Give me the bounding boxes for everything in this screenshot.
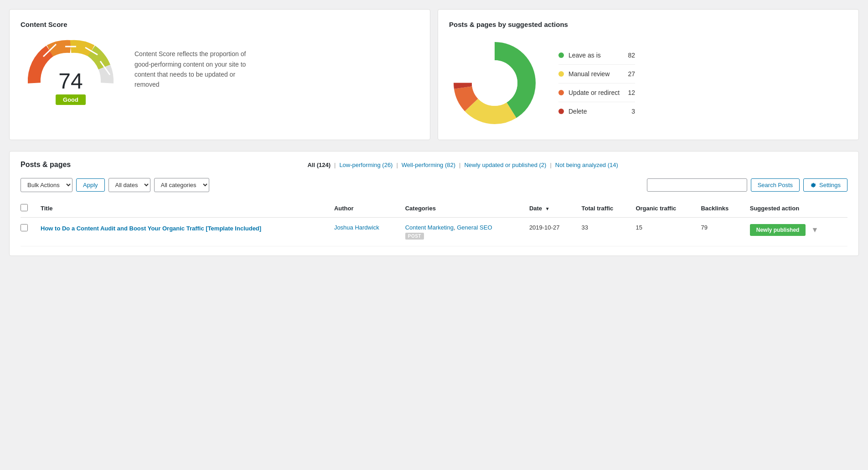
legend-value-update: 12 xyxy=(624,89,635,96)
legend-label-update: Update or redirect xyxy=(568,89,620,96)
th-total-traffic: Total traffic xyxy=(576,199,630,218)
content-score-panel: Content Score xyxy=(9,9,430,140)
post-type-tag: POST xyxy=(405,233,424,240)
gauge-label: Good xyxy=(56,94,86,105)
th-title: Title xyxy=(35,199,329,218)
th-categories: Categories xyxy=(400,199,524,218)
legend-item-leave: Leave as is 82 xyxy=(558,52,635,59)
legend-dot-leave xyxy=(558,52,564,58)
legend-label-manual: Manual review xyxy=(568,70,620,78)
row-backlinks-cell: 79 xyxy=(695,218,744,246)
row-checkbox[interactable] xyxy=(21,224,28,231)
legend-dot-update xyxy=(558,90,564,95)
filter-not-analyzed[interactable]: Not being analyzed (14) xyxy=(555,162,618,168)
posts-section: Posts & pages All (124) | Low-performing… xyxy=(9,151,859,256)
legend-label-delete: Delete xyxy=(568,108,620,115)
filter-newly-updated[interactable]: Newly updated or published (2) xyxy=(464,162,546,168)
action-col: Newly published ▼ xyxy=(750,224,842,236)
posts-header: Posts & pages All (124) | Low-performing… xyxy=(21,161,847,169)
row-total-traffic-cell: 33 xyxy=(576,218,630,246)
legend-dot-delete xyxy=(558,109,564,114)
table-row: How to Do a Content Audit and Boost Your… xyxy=(21,218,847,246)
sort-arrow-date: ▼ xyxy=(545,206,550,211)
category-link-2[interactable]: General SEO xyxy=(457,224,492,231)
gauge-description: Content Score reflects the proportion of… xyxy=(134,49,253,90)
donut-legend: Leave as is 82 Manual review 27 Update o… xyxy=(558,52,635,115)
legend-item-delete: Delete 3 xyxy=(558,108,635,115)
row-date-cell: 2019-10-27 xyxy=(524,218,576,246)
suggested-action-badge: Newly published xyxy=(750,224,806,236)
row-author-cell: Joshua Hardwick xyxy=(329,218,400,246)
apply-button[interactable]: Apply xyxy=(76,178,105,192)
legend-dot-manual xyxy=(558,71,564,77)
th-checkbox xyxy=(21,199,35,218)
gauge-score: 74 xyxy=(58,70,83,92)
th-suggested-action: Suggested action xyxy=(744,199,847,218)
legend-value-manual: 27 xyxy=(624,70,635,78)
post-title-link[interactable]: How to Do a Content Audit and Boost Your… xyxy=(41,225,261,232)
settings-button[interactable]: Settings xyxy=(803,178,847,192)
donut-wrapper xyxy=(449,37,540,129)
posts-table: Title Author Categories Date ▼ Total tra… xyxy=(21,199,847,246)
gauge-chart xyxy=(21,24,121,106)
legend-item-update: Update or redirect 12 xyxy=(558,89,635,96)
donut-chart xyxy=(449,37,540,129)
gear-icon xyxy=(810,182,816,188)
action-chevron-button[interactable]: ▼ xyxy=(809,226,820,234)
row-suggested-action-cell: Newly published ▼ xyxy=(744,218,847,246)
row-organic-traffic-cell: 15 xyxy=(630,218,695,246)
select-all-checkbox[interactable] xyxy=(21,204,28,211)
row-title-cell: How to Do a Content Audit and Boost Your… xyxy=(35,218,329,246)
legend-item-manual: Manual review 27 xyxy=(558,70,635,78)
th-date[interactable]: Date ▼ xyxy=(524,199,576,218)
gauge-container: 74 Good Content Score reflects the propo… xyxy=(21,37,419,101)
donut-container: Leave as is 82 Manual review 27 Update o… xyxy=(449,37,847,129)
posts-section-title: Posts & pages xyxy=(21,161,71,169)
search-input[interactable] xyxy=(647,178,747,192)
svg-point-8 xyxy=(472,60,517,106)
settings-label: Settings xyxy=(819,182,841,188)
table-header: Title Author Categories Date ▼ Total tra… xyxy=(21,199,847,218)
th-organic-traffic: Organic traffic xyxy=(630,199,695,218)
author-link[interactable]: Joshua Hardwick xyxy=(334,224,379,231)
table-body: How to Do a Content Audit and Boost Your… xyxy=(21,218,847,246)
row-categories-cell: Content Marketing, General SEO POST xyxy=(400,218,524,246)
legend-label-leave: Leave as is xyxy=(568,52,620,59)
bulk-actions-select[interactable]: Bulk Actions xyxy=(21,178,72,192)
th-backlinks: Backlinks xyxy=(695,199,744,218)
filter-well-performing[interactable]: Well-performing (82) xyxy=(402,162,455,168)
toolbar: Bulk Actions Apply All dates All categor… xyxy=(21,178,847,192)
posts-filters: All (124) | Low-performing (26) | Well-p… xyxy=(78,162,847,168)
all-categories-select[interactable]: All categories xyxy=(154,178,209,192)
filter-low-performing[interactable]: Low-performing (26) xyxy=(339,162,393,168)
search-posts-button[interactable]: Search Posts xyxy=(751,178,800,192)
row-checkbox-cell xyxy=(21,218,35,246)
filter-all[interactable]: All (124) xyxy=(307,162,331,168)
legend-value-delete: 3 xyxy=(624,108,635,115)
posts-by-action-title: Posts & pages by suggested actions xyxy=(449,21,847,28)
all-dates-select[interactable]: All dates xyxy=(108,178,150,192)
gauge-wrapper: 74 Good xyxy=(21,37,121,101)
posts-by-action-panel: Posts & pages by suggested actions xyxy=(438,9,859,140)
th-author: Author xyxy=(329,199,400,218)
category-link-1[interactable]: Content Marketing xyxy=(405,224,454,231)
legend-value-leave: 82 xyxy=(624,52,635,59)
